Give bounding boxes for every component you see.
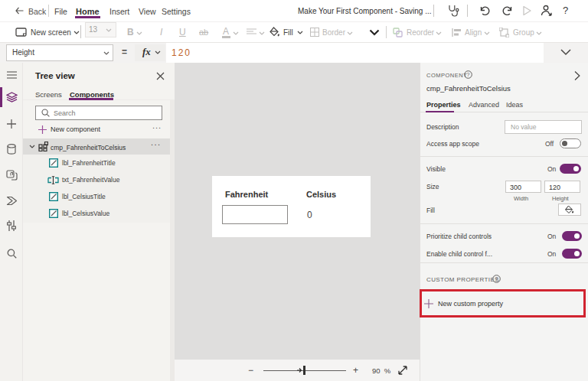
svg-text:?: ? [495, 276, 498, 282]
svg-text:?: ? [467, 72, 470, 77]
